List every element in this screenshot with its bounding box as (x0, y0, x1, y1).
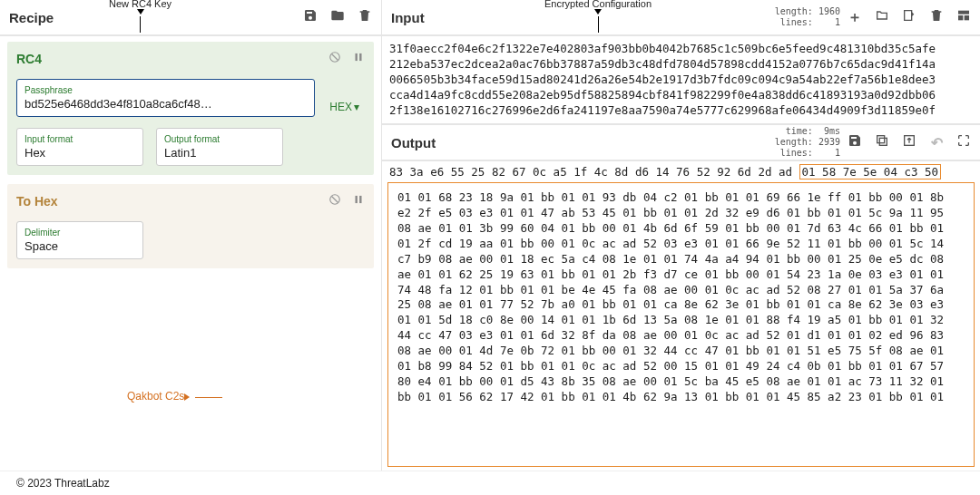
copy-output-icon[interactable] (875, 133, 889, 151)
op-rc4: RC4 Passphrase bd525e6468dd3e4f810a8ca6c… (7, 42, 374, 175)
open-folder-icon[interactable] (875, 8, 889, 26)
undo-icon[interactable]: ↶ (929, 134, 944, 151)
disable-icon[interactable] (328, 51, 341, 66)
move-output-icon[interactable] (902, 133, 916, 151)
svg-rect-12 (877, 136, 885, 143)
output-c2-box: 01 01 68 23 18 9a 01 bb 01 01 93 db 04 c… (387, 182, 975, 467)
input-format-field[interactable]: Input format Hex (16, 128, 143, 166)
annotation-encrypted-config: Encrypted Configuration (544, 0, 652, 33)
c2-start-highlight: 01 58 7e 5e 04 c3 50 (799, 164, 942, 180)
svg-rect-8 (958, 11, 969, 15)
svg-line-5 (332, 197, 338, 203)
output-header: Output time: 9ms length: 2939 lines: 1 ↶ (382, 125, 980, 161)
passphrase-value: bd525e6468dd3e4f810a8ca6cf48… (24, 97, 307, 111)
fullscreen-icon[interactable] (956, 133, 971, 151)
passphrase-type-dropdown[interactable]: HEX▾ (324, 97, 365, 117)
clear-input-icon[interactable] (929, 8, 944, 26)
annotation-qakbot-c2s: Qakbot C2s (127, 390, 222, 403)
output-format-value: Latin1 (164, 146, 275, 160)
svg-rect-2 (356, 53, 358, 61)
annotation-rc4-key: New RC4 Key (109, 0, 172, 33)
recipe-header: Recipe (0, 0, 381, 36)
chevron-down-icon: ▾ (354, 101, 359, 113)
svg-rect-3 (359, 53, 361, 61)
svg-rect-9 (958, 15, 963, 20)
recipe-title: Recipe (9, 10, 54, 25)
input-header: Input length: 1960 lines: 1 ＋ (382, 0, 980, 36)
svg-line-1 (332, 54, 338, 61)
input-meta: length: 1960 lines: 1 (775, 6, 840, 28)
svg-rect-10 (965, 15, 969, 20)
input-format-value: Hex (24, 146, 135, 160)
output-title: Output (391, 135, 436, 150)
copyright: © 2023 ThreatLabz (16, 477, 110, 490)
delimiter-label: Delimiter (24, 228, 135, 238)
svg-rect-11 (879, 139, 887, 146)
pause-icon[interactable] (352, 193, 365, 209)
input-title: Input (391, 10, 425, 25)
input-format-label: Input format (24, 134, 135, 144)
input-hexdump[interactable]: 31f0aecc2f04e6c2f1322e7e402803af903bb0b4… (382, 36, 980, 123)
trash-icon[interactable] (358, 8, 372, 26)
output-format-label: Output format (164, 134, 275, 144)
output-format-field[interactable]: Output format Latin1 (156, 128, 283, 166)
output-meta: time: 9ms length: 2939 lines: 1 (775, 126, 840, 159)
save-icon[interactable] (303, 8, 318, 26)
folder-icon[interactable] (330, 8, 345, 26)
delimiter-field[interactable]: Delimiter Space (16, 221, 143, 259)
open-file-icon[interactable] (902, 8, 916, 26)
svg-rect-6 (356, 196, 358, 203)
delimiter-value: Space (24, 239, 135, 253)
save-output-icon[interactable] (848, 133, 862, 151)
output-hexdump[interactable]: 01 01 68 23 18 9a 01 bb 01 01 93 db 04 c… (390, 185, 972, 410)
passphrase-field[interactable]: Passphrase bd525e6468dd3e4f810a8ca6cf48… (16, 79, 315, 117)
op-tohex-title: To Hex (16, 194, 58, 209)
passphrase-label: Passphrase (24, 85, 307, 95)
output-first-line[interactable]: 83 3a e6 55 25 82 67 0c a5 1f 4c 8d d6 1… (382, 161, 980, 180)
svg-rect-7 (359, 196, 361, 203)
op-rc4-title: RC4 (16, 52, 42, 66)
op-tohex: To Hex Delimiter Space (7, 184, 374, 268)
pause-icon[interactable] (352, 51, 365, 66)
add-tab-icon[interactable]: ＋ (848, 8, 862, 27)
disable-icon[interactable] (328, 193, 341, 209)
layout-icon[interactable] (956, 8, 971, 26)
